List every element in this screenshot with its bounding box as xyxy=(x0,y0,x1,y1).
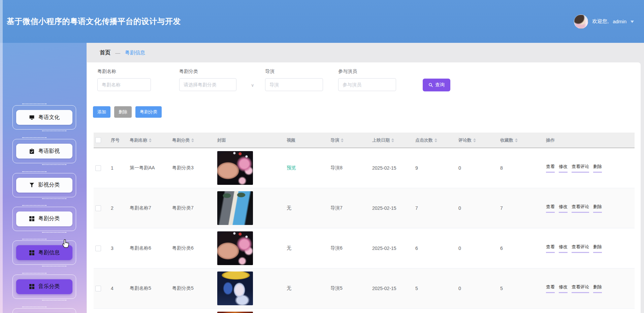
table-row: 2 粤剧名称7 粤剧分类7 无 导演7 2025-02-15 7 0 7 查看修… xyxy=(94,188,635,228)
sort-caret-icon xyxy=(391,137,394,144)
column-label: 粤剧名称 xyxy=(130,137,147,143)
cell-index: 2 xyxy=(109,188,128,228)
sidebar-item-cantonese-film[interactable]: 粤语影视 xyxy=(12,139,76,163)
column-header-index: 序号 xyxy=(109,133,128,148)
action-view-comments-button[interactable]: 查看评论 xyxy=(572,284,589,293)
cell-comments: 0 xyxy=(457,228,498,268)
search-field-label: 粤剧分类 xyxy=(179,68,236,75)
sidebar-item-music-category[interactable]: 音乐分类 xyxy=(12,275,76,299)
sidebar-item-film-category[interactable]: 影视分类 xyxy=(12,173,76,197)
action-delete-button[interactable]: 删除 xyxy=(593,244,602,253)
column-header-date[interactable]: 上映日期 xyxy=(371,133,414,148)
sidebar-item-label: 粤剧分类 xyxy=(38,215,60,222)
column-header-comments[interactable]: 评论数 xyxy=(457,133,498,148)
cell-opera-category xyxy=(170,309,216,313)
action-view-button[interactable]: 查看 xyxy=(546,244,555,253)
search-field-label: 粤剧名称 xyxy=(97,68,151,75)
column-header-director[interactable]: 导演 xyxy=(329,133,371,148)
table-header-row: 序号粤剧名称粤剧分类封面视频导演上映日期点击次数评论数收藏数操作 xyxy=(94,133,635,148)
action-view-comments-button[interactable]: 查看评论 xyxy=(572,244,589,253)
grid-icon xyxy=(29,284,35,289)
cell-opera-category: 粤剧分类5 xyxy=(170,268,216,309)
breadcrumb-current[interactable]: 粤剧信息 xyxy=(125,50,145,56)
action-delete-button[interactable]: 删除 xyxy=(593,204,602,213)
column-label: 操作 xyxy=(546,137,555,143)
cell-clicks: 7 xyxy=(414,188,457,228)
cell-release-date: 2025-02-15 xyxy=(371,268,414,309)
action-delete-button[interactable]: 删除 xyxy=(593,284,602,293)
query-button[interactable]: 查询 xyxy=(423,79,450,91)
cell-comments xyxy=(457,309,498,313)
cell-favorites: 6 xyxy=(498,228,544,268)
column-header-checkbox xyxy=(94,133,109,148)
column-header-clicks[interactable]: 点击次数 xyxy=(414,133,457,148)
display-icon xyxy=(29,115,35,120)
sort-caret-icon xyxy=(191,137,194,144)
opera-category-select[interactable] xyxy=(179,78,236,91)
cell-director: 导演6 xyxy=(329,228,371,268)
toolbar: 添加删除粤剧分类 xyxy=(93,106,162,118)
add-button[interactable]: 添加 xyxy=(93,106,110,118)
column-header-cover: 封面 xyxy=(216,133,285,148)
opera-category-button[interactable]: 粤剧分类 xyxy=(135,106,162,118)
cell-opera-category: 粤剧分类6 xyxy=(170,228,216,268)
action-delete-button[interactable]: 删除 xyxy=(593,164,602,173)
breadcrumb: 首页 — 粤剧信息 xyxy=(87,43,145,62)
avatar[interactable] xyxy=(574,15,588,29)
row-checkbox[interactable] xyxy=(95,205,101,211)
user-menu[interactable]: 欢迎您, admin xyxy=(574,0,634,43)
cell-opera-category: 粤剧分类3 xyxy=(170,148,216,188)
sort-caret-icon xyxy=(149,137,152,144)
column-header-category[interactable]: 粤剧分类 xyxy=(170,133,216,148)
grid-icon xyxy=(29,216,35,222)
cell-opera-category: 粤剧分类7 xyxy=(170,188,216,228)
cell-director: 导演5 xyxy=(329,268,371,309)
row-checkbox[interactable] xyxy=(95,165,101,171)
menu-button[interactable]: 粤剧信息 xyxy=(16,245,72,260)
sort-caret-icon xyxy=(434,137,437,144)
delete-button[interactable]: 删除 xyxy=(114,106,132,118)
actor-input[interactable] xyxy=(338,78,396,91)
table-row: 查看修改查看评论删除 xyxy=(94,309,635,313)
director-input[interactable] xyxy=(265,78,323,91)
content-panel: ∨ 查询 粤剧名称 粤剧分类 导演 参与演员 添加删除粤剧分类 序号粤剧名称粤剧… xyxy=(87,62,641,313)
sidebar-item-opera-info[interactable]: 粤剧信息 xyxy=(12,240,76,265)
column-header-favorites[interactable]: 收藏数 xyxy=(498,133,544,148)
column-label: 封面 xyxy=(217,137,226,143)
column-header-name[interactable]: 粤剧名称 xyxy=(128,133,170,148)
action-view-button[interactable]: 查看 xyxy=(546,284,555,293)
sidebar-item-music-info[interactable]: 音乐信息 xyxy=(12,308,76,313)
row-actions: 查看修改查看评论删除 xyxy=(546,164,635,173)
sidebar-item-label: 粤语文化 xyxy=(38,114,60,121)
select-all-checkbox[interactable] xyxy=(95,137,101,143)
row-checkbox[interactable] xyxy=(95,286,101,291)
menu-button[interactable]: 影视分类 xyxy=(16,178,72,193)
action-edit-button[interactable]: 修改 xyxy=(559,164,568,173)
action-view-comments-button[interactable]: 查看评论 xyxy=(572,204,589,213)
column-header-video: 视频 xyxy=(285,133,329,148)
cell-opera-name: 粤剧名称6 xyxy=(128,228,170,268)
action-edit-button[interactable]: 修改 xyxy=(559,284,568,293)
action-edit-button[interactable]: 修改 xyxy=(559,244,568,253)
sidebar-item-label: 粤语影视 xyxy=(38,148,60,155)
menu-button[interactable]: 粤剧分类 xyxy=(16,211,72,226)
menu-button[interactable]: 粤语影视 xyxy=(16,144,72,159)
cell-index: 3 xyxy=(109,228,128,268)
cell-opera-name: 第一粤剧AA xyxy=(128,148,170,188)
action-view-button[interactable]: 查看 xyxy=(546,164,555,173)
cover-red-scene xyxy=(217,312,253,313)
sidebar-item-opera-category[interactable]: 粤剧分类 xyxy=(12,207,76,231)
breadcrumb-home: 首页 xyxy=(100,49,110,56)
opera-name-input[interactable] xyxy=(97,78,151,91)
sidebar-item-cantonese-culture[interactable]: 粤语文化 xyxy=(12,105,76,130)
cell-video[interactable]: 预览 xyxy=(287,165,296,170)
row-checkbox[interactable] xyxy=(95,246,101,251)
username: admin xyxy=(613,19,626,24)
sort-caret-icon xyxy=(341,137,344,144)
menu-button[interactable]: 粤语文化 xyxy=(16,110,72,125)
action-edit-button[interactable]: 修改 xyxy=(559,204,568,213)
table-row: 4 粤剧名称5 粤剧分类5 无 导演5 2025-02-15 5 0 5 查看修… xyxy=(94,268,635,309)
menu-button[interactable]: 音乐分类 xyxy=(16,279,72,294)
action-view-comments-button[interactable]: 查看评论 xyxy=(572,164,589,173)
action-view-button[interactable]: 查看 xyxy=(546,204,555,213)
